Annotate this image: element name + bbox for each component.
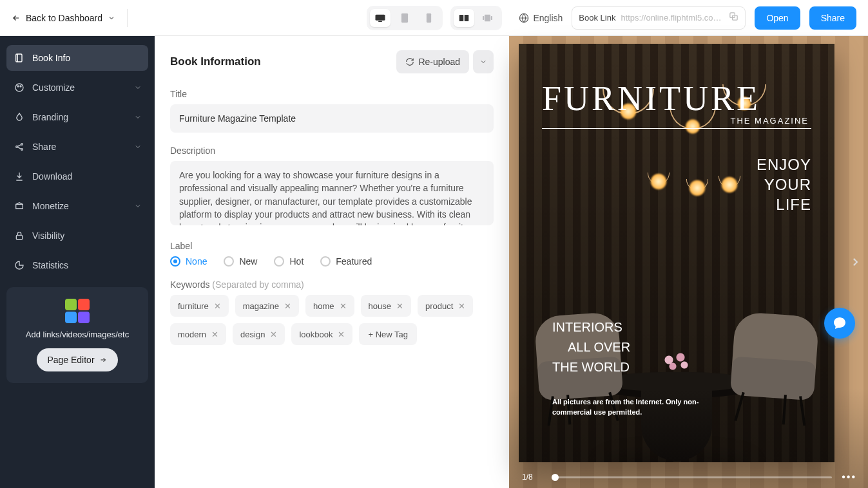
remove-tag-button[interactable]: ✕	[284, 301, 291, 311]
device-phone-button[interactable]	[419, 9, 439, 27]
svg-point-13	[15, 84, 23, 91]
headline-line: ALL OVER	[568, 337, 630, 357]
palette-icon	[14, 82, 24, 93]
tag-label: modern	[178, 330, 206, 339]
chevron-down-icon	[134, 202, 142, 210]
sidebar-item-monetize[interactable]: Monetize	[6, 193, 148, 219]
remove-tag-button[interactable]: ✕	[396, 301, 403, 311]
app-icon	[65, 312, 77, 323]
keywords-label: Keywords (Separated by comma)	[170, 279, 494, 290]
phone-icon	[425, 13, 432, 23]
remove-tag-button[interactable]: ✕	[340, 301, 347, 311]
svg-rect-6	[485, 14, 490, 21]
page-editor-button[interactable]: Page Editor	[37, 348, 117, 371]
share-button[interactable]: Share	[809, 6, 856, 30]
label-radio-none[interactable]: None	[170, 256, 207, 267]
label-radio-hot[interactable]: Hot	[274, 256, 304, 267]
view-double-page-button[interactable]	[454, 9, 474, 27]
sidebar-item-visibility[interactable]: Visibility	[6, 223, 148, 249]
cover-disclaimer: All pictures are from the Internet. Only…	[552, 397, 707, 417]
reload-icon	[405, 57, 414, 66]
svg-point-18	[21, 149, 23, 151]
reupload-dropdown-button[interactable]	[473, 50, 494, 73]
tag-label: furniture	[178, 301, 209, 311]
back-to-dashboard[interactable]: Back to Dashboard	[12, 13, 115, 23]
device-desktop-button[interactable]	[370, 9, 391, 27]
title-input[interactable]	[170, 104, 494, 133]
keyword-tag: modern✕	[170, 323, 226, 345]
cover-tagline: ENJOY YOUR LIFE	[757, 155, 811, 215]
label-radio-featured[interactable]: Featured	[320, 256, 372, 267]
view-slide-button[interactable]	[478, 9, 499, 27]
page-slider[interactable]	[552, 476, 832, 478]
radio-label: None	[186, 256, 207, 267]
chat-icon	[832, 315, 847, 331]
tag-label: magazine	[243, 301, 279, 311]
sidebar-item-label: Monetize	[32, 201, 69, 211]
remove-tag-button[interactable]: ✕	[458, 301, 465, 311]
description-input[interactable]	[170, 161, 494, 225]
device-tablet-button[interactable]	[394, 9, 415, 27]
sidebar-item-branding[interactable]: Branding	[6, 104, 148, 130]
chevron-down-icon	[108, 14, 115, 22]
desktop-icon	[374, 14, 386, 23]
headline-line: INTERIORS	[552, 317, 630, 337]
droplet-icon	[14, 112, 24, 122]
app-icon	[65, 299, 77, 310]
remove-tag-button[interactable]: ✕	[338, 330, 345, 339]
sidebar-item-customize[interactable]: Customize	[6, 75, 148, 100]
keyword-tag: product✕	[418, 295, 473, 317]
book-link-label: Book Link	[579, 13, 615, 23]
promo-box: Add links/videos/images/etc Page Editor	[6, 287, 148, 383]
more-options-button[interactable]: •••	[842, 471, 856, 483]
chat-button[interactable]	[824, 308, 855, 339]
language-selector[interactable]: English	[519, 13, 563, 23]
tag-label: house	[369, 301, 391, 311]
open-label: Open	[766, 13, 788, 23]
sidebar-item-label: Book Info	[32, 53, 70, 63]
svg-point-14	[17, 86, 19, 87]
label-radio-new[interactable]: New	[224, 256, 257, 267]
remove-tag-button[interactable]: ✕	[270, 330, 277, 339]
remove-tag-button[interactable]: ✕	[211, 330, 218, 339]
chart-icon	[14, 260, 24, 270]
promo-text: Add links/videos/images/etc	[14, 330, 140, 339]
reupload-button[interactable]: Re-upload	[396, 50, 469, 73]
label-label: Label	[170, 241, 494, 251]
chevron-down-icon	[479, 58, 487, 66]
page-indicator: 1/8	[522, 473, 533, 482]
svg-rect-3	[427, 13, 431, 23]
radio-icon	[320, 256, 331, 267]
money-icon	[14, 201, 24, 211]
sidebar-item-download[interactable]: Download	[6, 164, 148, 189]
open-button[interactable]: Open	[755, 6, 800, 30]
tagline-line: YOUR	[757, 174, 811, 194]
download-icon	[14, 171, 24, 182]
svg-rect-7	[483, 16, 484, 20]
sidebar-item-label: Visibility	[32, 230, 64, 241]
magazine-cover[interactable]: FURNITURE THE MAGAZINE ENJOY YOUR LIFE I…	[519, 44, 834, 462]
sidebar-item-statistics[interactable]: Statistics	[6, 252, 148, 278]
book-link-box: Book Link https://online.fliphtml5.com/k…	[572, 6, 746, 30]
sidebar-item-book-info[interactable]: Book Info	[6, 45, 148, 71]
double-page-icon	[459, 14, 469, 23]
share-label: Share	[821, 13, 845, 23]
sidebar: Book InfoCustomizeBrandingShareDownloadM…	[0, 36, 155, 488]
tagline-line: LIFE	[757, 194, 811, 214]
tablet-icon	[400, 13, 409, 23]
chevron-down-icon	[134, 84, 142, 91]
tag-label: home	[313, 301, 334, 311]
sidebar-item-label: Customize	[32, 82, 75, 93]
magazine-title: FURNITURE	[542, 79, 811, 118]
share-icon	[14, 142, 24, 152]
keyword-tag: magazine✕	[235, 295, 299, 317]
add-tag-button[interactable]: + New Tag	[359, 323, 417, 345]
copy-link-button[interactable]	[729, 12, 738, 24]
keywords-label-text: Keywords	[170, 279, 209, 290]
headline-line: THE WORLD	[552, 357, 630, 377]
next-page-button[interactable]	[846, 249, 864, 276]
remove-tag-button[interactable]: ✕	[214, 301, 221, 311]
svg-rect-2	[401, 13, 407, 23]
sidebar-item-share[interactable]: Share	[6, 134, 148, 160]
radio-label: Hot	[289, 256, 304, 267]
